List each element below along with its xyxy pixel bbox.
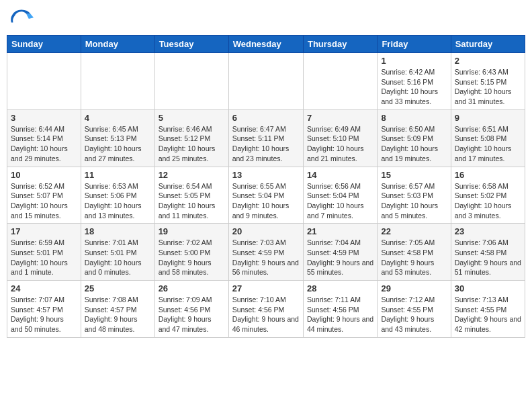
day-number: 5 [159,113,225,123]
day-info: Sunrise: 7:06 AM Sunset: 4:58 PM Dayligh… [455,238,521,277]
day-info: Sunrise: 6:57 AM Sunset: 5:03 PM Dayligh… [381,181,447,221]
day-number: 21 [307,226,373,236]
calendar-cell: 24Sunrise: 7:07 AM Sunset: 4:57 PM Dayli… [7,281,81,338]
calendar-header-thursday: Thursday [303,36,377,53]
day-info: Sunrise: 6:43 AM Sunset: 5:15 PM Dayligh… [455,67,521,107]
calendar-cell: 18Sunrise: 7:01 AM Sunset: 5:01 PM Dayli… [81,224,154,281]
calendar-cell: 8Sunrise: 6:50 AM Sunset: 5:09 PM Daylig… [378,109,451,167]
day-info: Sunrise: 7:05 AM Sunset: 4:58 PM Dayligh… [381,238,447,277]
day-number: 26 [159,283,225,293]
day-number: 12 [159,170,225,180]
calendar-cell: 29Sunrise: 7:12 AM Sunset: 4:55 PM Dayli… [378,281,451,338]
day-info: Sunrise: 7:08 AM Sunset: 4:57 PM Dayligh… [85,295,151,334]
day-number: 4 [85,113,151,123]
calendar-cell: 3Sunrise: 6:44 AM Sunset: 5:14 PM Daylig… [7,109,81,167]
calendar-cell: 16Sunrise: 6:58 AM Sunset: 5:02 PM Dayli… [451,167,525,224]
calendar-cell: 11Sunrise: 6:53 AM Sunset: 5:06 PM Dayli… [81,167,154,224]
day-number: 8 [381,113,447,123]
day-number: 1 [381,56,447,66]
day-number: 23 [455,226,521,236]
day-number: 16 [455,170,521,180]
day-number: 17 [11,226,77,236]
calendar-week-row: 24Sunrise: 7:07 AM Sunset: 4:57 PM Dayli… [7,281,525,338]
calendar-cell: 9Sunrise: 6:51 AM Sunset: 5:08 PM Daylig… [451,109,525,167]
calendar-cell: 26Sunrise: 7:09 AM Sunset: 4:56 PM Dayli… [154,281,228,338]
calendar-cell: 13Sunrise: 6:55 AM Sunset: 5:04 PM Dayli… [228,167,303,224]
calendar-cell: 27Sunrise: 7:10 AM Sunset: 4:56 PM Dayli… [228,281,303,338]
day-info: Sunrise: 6:59 AM Sunset: 5:01 PM Dayligh… [11,238,77,277]
day-number: 28 [307,283,373,293]
day-info: Sunrise: 6:56 AM Sunset: 5:04 PM Dayligh… [307,181,373,221]
day-info: Sunrise: 7:01 AM Sunset: 5:01 PM Dayligh… [85,238,151,277]
day-info: Sunrise: 6:46 AM Sunset: 5:12 PM Dayligh… [159,124,225,164]
calendar-week-row: 17Sunrise: 6:59 AM Sunset: 5:01 PM Dayli… [7,224,525,281]
day-info: Sunrise: 7:09 AM Sunset: 4:56 PM Dayligh… [159,295,225,334]
day-info: Sunrise: 6:54 AM Sunset: 5:05 PM Dayligh… [159,181,225,221]
day-info: Sunrise: 7:12 AM Sunset: 4:55 PM Dayligh… [381,295,447,334]
day-info: Sunrise: 7:07 AM Sunset: 4:57 PM Dayligh… [11,295,77,334]
calendar-cell: 22Sunrise: 7:05 AM Sunset: 4:58 PM Dayli… [378,224,451,281]
calendar-header-friday: Friday [378,36,451,53]
day-info: Sunrise: 6:50 AM Sunset: 5:09 PM Dayligh… [381,124,447,164]
day-number: 19 [159,226,225,236]
calendar-cell: 30Sunrise: 7:13 AM Sunset: 4:55 PM Dayli… [451,281,525,338]
day-info: Sunrise: 7:02 AM Sunset: 5:00 PM Dayligh… [159,238,225,277]
calendar-cell: 20Sunrise: 7:03 AM Sunset: 4:59 PM Dayli… [228,224,303,281]
calendar-cell: 5Sunrise: 6:46 AM Sunset: 5:12 PM Daylig… [154,109,228,167]
day-number: 6 [232,113,300,123]
calendar-cell: 15Sunrise: 6:57 AM Sunset: 5:03 PM Dayli… [378,167,451,224]
day-number: 14 [307,170,373,180]
calendar-cell: 23Sunrise: 7:06 AM Sunset: 4:58 PM Dayli… [451,224,525,281]
page-header [7,7,525,31]
day-number: 9 [455,113,521,123]
calendar-header-row: SundayMondayTuesdayWednesdayThursdayFrid… [7,36,525,53]
day-info: Sunrise: 7:13 AM Sunset: 4:55 PM Dayligh… [455,295,521,334]
logo-icon [9,7,34,31]
day-info: Sunrise: 6:58 AM Sunset: 5:02 PM Dayligh… [455,181,521,221]
day-info: Sunrise: 6:51 AM Sunset: 5:08 PM Dayligh… [455,124,521,164]
calendar-cell: 12Sunrise: 6:54 AM Sunset: 5:05 PM Dayli… [154,167,228,224]
day-info: Sunrise: 6:45 AM Sunset: 5:13 PM Dayligh… [85,124,151,164]
calendar-cell: 19Sunrise: 7:02 AM Sunset: 5:00 PM Dayli… [154,224,228,281]
calendar-cell: 17Sunrise: 6:59 AM Sunset: 5:01 PM Dayli… [7,224,81,281]
calendar-cell: 21Sunrise: 7:04 AM Sunset: 4:59 PM Dayli… [303,224,377,281]
calendar-header-tuesday: Tuesday [154,36,228,53]
day-number: 13 [232,170,300,180]
day-info: Sunrise: 6:55 AM Sunset: 5:04 PM Dayligh… [232,181,300,221]
calendar-cell: 2Sunrise: 6:43 AM Sunset: 5:15 PM Daylig… [451,53,525,110]
day-number: 11 [85,170,151,180]
logo [9,7,36,31]
day-number: 22 [381,226,447,236]
day-number: 2 [455,56,521,66]
day-number: 30 [455,283,521,293]
day-number: 29 [381,283,447,293]
calendar-week-row: 3Sunrise: 6:44 AM Sunset: 5:14 PM Daylig… [7,109,525,167]
calendar-week-row: 10Sunrise: 6:52 AM Sunset: 5:07 PM Dayli… [7,167,525,224]
calendar-header-saturday: Saturday [451,36,525,53]
day-info: Sunrise: 6:49 AM Sunset: 5:10 PM Dayligh… [307,124,373,164]
day-info: Sunrise: 7:10 AM Sunset: 4:56 PM Dayligh… [232,295,300,334]
calendar-cell: 4Sunrise: 6:45 AM Sunset: 5:13 PM Daylig… [81,109,154,167]
day-number: 15 [381,170,447,180]
day-number: 7 [307,113,373,123]
day-number: 27 [232,283,300,293]
calendar-week-row: 1Sunrise: 6:42 AM Sunset: 5:16 PM Daylig… [7,53,525,110]
day-number: 24 [11,283,77,293]
calendar-cell: 28Sunrise: 7:11 AM Sunset: 4:56 PM Dayli… [303,281,377,338]
day-info: Sunrise: 7:11 AM Sunset: 4:56 PM Dayligh… [307,295,373,334]
calendar-cell: 10Sunrise: 6:52 AM Sunset: 5:07 PM Dayli… [7,167,81,224]
calendar-cell: 6Sunrise: 6:47 AM Sunset: 5:11 PM Daylig… [228,109,303,167]
calendar-header-monday: Monday [81,36,154,53]
calendar-cell: 25Sunrise: 7:08 AM Sunset: 4:57 PM Dayli… [81,281,154,338]
day-number: 10 [11,170,77,180]
calendar-cell [228,53,303,110]
calendar-cell [7,53,81,110]
calendar-cell [303,53,377,110]
day-info: Sunrise: 6:47 AM Sunset: 5:11 PM Dayligh… [232,124,300,164]
day-info: Sunrise: 7:03 AM Sunset: 4:59 PM Dayligh… [232,238,300,277]
calendar-cell: 1Sunrise: 6:42 AM Sunset: 5:16 PM Daylig… [378,53,451,110]
day-info: Sunrise: 6:42 AM Sunset: 5:16 PM Dayligh… [381,67,447,107]
day-info: Sunrise: 7:04 AM Sunset: 4:59 PM Dayligh… [307,238,373,277]
calendar: SundayMondayTuesdayWednesdayThursdayFrid… [7,35,525,338]
day-info: Sunrise: 6:53 AM Sunset: 5:06 PM Dayligh… [85,181,151,221]
